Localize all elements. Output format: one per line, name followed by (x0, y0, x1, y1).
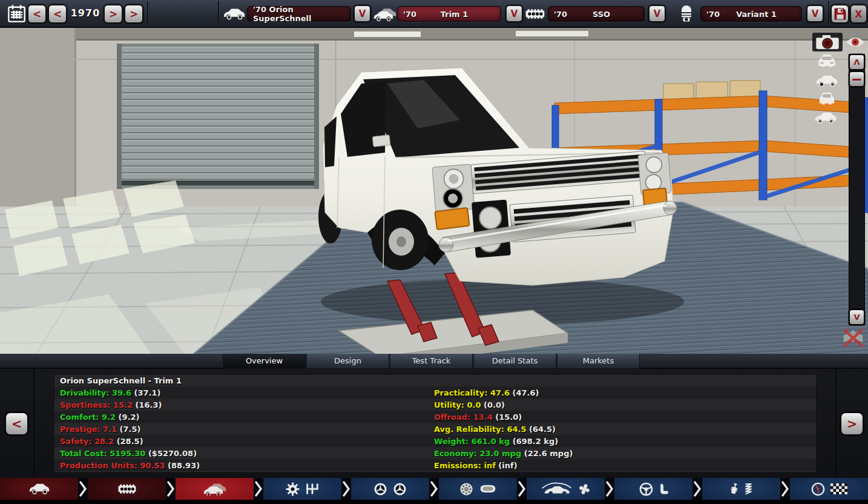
tab-test-track[interactable]: Test Track (390, 354, 473, 369)
engine-field[interactable]: '70 SSO (548, 6, 645, 22)
brake-pad-icon (479, 483, 497, 494)
toolbar-segment-trim[interactable] (176, 478, 254, 500)
stat-comparison-value: (47.6) (510, 388, 539, 397)
toolbar-segment-brakes[interactable] (439, 478, 517, 500)
toolbar-segment-engine[interactable] (88, 478, 166, 500)
camera-icon (815, 34, 840, 50)
car-title: Orion SuperSchnell - Trim 1 (60, 375, 817, 387)
seat-icon (659, 483, 668, 496)
trim-field-year: '70 (398, 10, 416, 19)
stats-prev-button[interactable]: < (5, 413, 28, 435)
stat-row: Total Cost: 5195.30 ($5270.08) (60, 448, 423, 460)
topbar-divider (147, 1, 148, 25)
stat-row: Avg. Reliability: 64.5 (64.5) (434, 423, 809, 436)
toolbar-segment-testing[interactable] (790, 478, 868, 500)
wheel-icon (373, 482, 387, 496)
design-step-toolbar (0, 478, 868, 500)
tab-overview[interactable]: Overview (223, 354, 306, 369)
scroll-down-button[interactable]: V (849, 310, 864, 325)
stat-comparison-value: (37.1) (131, 388, 160, 397)
garage-scene (0, 28, 868, 354)
stat-comparison-value: (15.0) (493, 413, 522, 422)
toolbar-chevron-icon (78, 478, 88, 500)
tab-detail-stats[interactable]: Detail Stats (473, 354, 556, 369)
engine-dropdown-button[interactable]: V (649, 5, 665, 22)
trim-field-name: Trim 1 (416, 10, 501, 19)
trim-field[interactable]: '70 Trim 1 (397, 6, 501, 22)
viewport-scrollbar[interactable]: Λ V (849, 54, 865, 325)
trim-dropdown-button[interactable]: V (506, 5, 522, 22)
eye-icon (845, 36, 866, 48)
variant-field[interactable]: '70 Variant 1 (700, 6, 802, 22)
spring-icon (744, 482, 753, 496)
stats-left-column: Drivability: 39.6 (37.1)Sportiness: 15.2… (60, 387, 423, 472)
stat-comparison-value: (22.6 mpg) (521, 449, 573, 458)
toolbar-segment-body[interactable] (0, 478, 78, 500)
gear-icon (286, 482, 300, 496)
car-threequarter-view-icon (814, 111, 840, 127)
toolbar-chevron-icon (429, 478, 439, 500)
stat-row: Weight: 661.0 kg (698.2 kg) (434, 436, 809, 448)
toolbar-segment-suspension[interactable] (702, 478, 780, 500)
stat-row: Economy: 23.0 mpg (22.6 mpg) (434, 448, 809, 460)
stat-row: Safety: 28.2 (28.5) (60, 436, 423, 448)
engine-block-icon (117, 483, 137, 495)
shock-absorber-icon (730, 483, 738, 496)
markers-disabled-icon[interactable] (839, 326, 867, 353)
stat-comparison-value: (16.3) (133, 400, 162, 409)
toolbar-segment-wheels[interactable] (351, 478, 429, 500)
trim-cars-icon (373, 7, 397, 21)
visibility-button[interactable] (844, 35, 866, 49)
stat-label-value: Offroad: 13.4 (434, 413, 493, 422)
stat-comparison-value: (inf) (496, 461, 518, 470)
bottom-tab-strip: OverviewDesignTest TrackDetail StatsMark… (0, 354, 868, 369)
overview-panel: < Orion SuperSchnell - Trim 1 Drivabilit… (0, 369, 868, 478)
garage-viewport[interactable]: Λ V (0, 28, 868, 354)
toolbar-chevron-icon (166, 478, 176, 500)
toolbar-segment-interior[interactable] (614, 478, 692, 500)
close-button[interactable]: X (850, 5, 867, 23)
checkered-flag-icon (830, 483, 847, 495)
toolbar-chevron-icon (692, 478, 702, 500)
year-next-button[interactable]: > (104, 5, 122, 23)
topbar-divider (218, 1, 219, 25)
year-prev-button[interactable]: < (48, 5, 67, 23)
year-next-fast-button[interactable]: > (125, 5, 143, 23)
scroll-up-button[interactable]: Λ (849, 55, 864, 70)
car-side-view-button[interactable] (812, 72, 841, 90)
topbar-divider (828, 1, 829, 25)
garage-door (117, 44, 319, 189)
toolbar-segment-aero-cooling[interactable] (527, 478, 605, 500)
year-prev-fast-button[interactable]: < (28, 5, 46, 23)
bottom-strip (0, 500, 868, 504)
toolbar-chevron-icon (341, 478, 351, 500)
car-front-view-icon (815, 53, 839, 70)
stat-label-value: Practicality: 47.6 (434, 388, 510, 397)
stat-row: Production Units: 90.53 (88.93) (60, 460, 423, 472)
stat-row: Sportiness: 15.2 (16.3) (60, 399, 423, 411)
stat-row: Emissions: inf (inf) (434, 460, 809, 472)
toolbar-segment-drivetrain[interactable] (263, 478, 341, 500)
engine-field-year: '70 (548, 10, 567, 19)
scroll-handle[interactable] (849, 71, 864, 87)
model-field[interactable]: '70 Orion SuperSchnell (247, 6, 351, 22)
car-front-view-button[interactable] (812, 53, 841, 71)
stat-label-value: Safety: 28.2 (60, 437, 114, 446)
stat-comparison-value: (88.93) (165, 461, 200, 470)
calendar-icon[interactable] (7, 4, 26, 23)
toolbar-chevron-icon (605, 478, 614, 500)
tab-design[interactable]: Design (306, 354, 389, 369)
car-threequarter-view-button[interactable] (812, 110, 841, 127)
stats-next-button[interactable]: > (841, 413, 863, 435)
model-dropdown-button[interactable]: V (354, 5, 370, 22)
save-button[interactable] (831, 5, 849, 23)
tab-markets[interactable]: Markets (557, 354, 640, 369)
year-label: 1970 (68, 7, 103, 19)
stat-label-value: Prestige: 7.1 (60, 425, 117, 434)
photo-mode-button[interactable] (812, 33, 843, 51)
variant-dropdown-button[interactable]: V (807, 5, 823, 22)
car-side-view-icon (814, 73, 840, 89)
car-rear-view-button[interactable] (812, 91, 841, 108)
engine-family-icon (524, 7, 546, 21)
top-bar: < < 1970 > > '70 Orion SuperSchnell V '7… (0, 0, 868, 28)
